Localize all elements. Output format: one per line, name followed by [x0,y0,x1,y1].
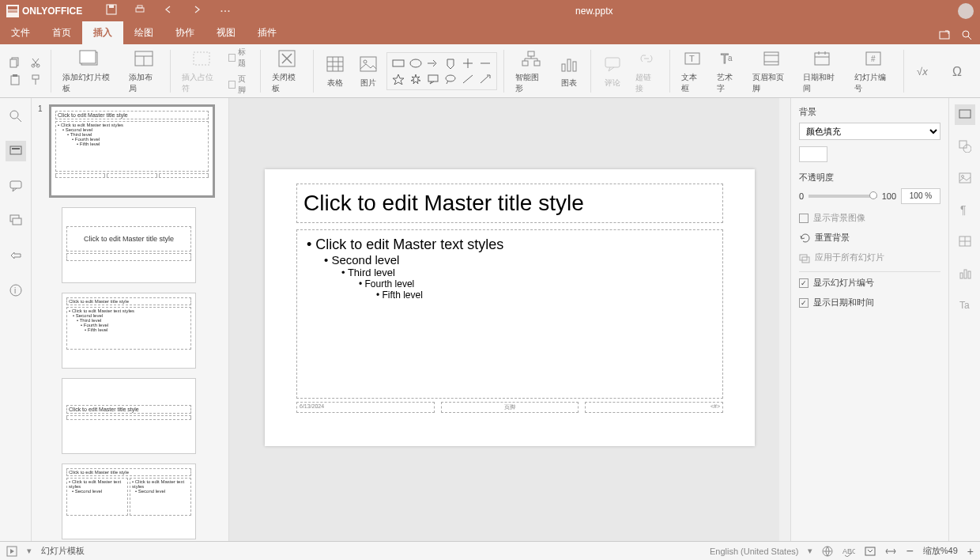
color-swatch[interactable] [799,146,827,162]
search-rail-icon[interactable] [6,106,26,127]
add-master-button[interactable]: 添加幻灯片模板 [58,45,121,97]
layout-thumb-4[interactable]: Click to edit Master title style• Click … [62,464,196,539]
shapes-gallery[interactable] [386,52,497,90]
slide-settings-icon[interactable] [955,104,975,125]
cut-icon[interactable] [30,57,41,68]
tab-view[interactable]: 视图 [205,21,247,44]
tab-insert[interactable]: 插入 [82,21,123,44]
layout-thumb-1[interactable]: Click to edit Master title style [62,207,196,283]
format-paint-icon[interactable] [30,74,41,85]
slide-canvas-area[interactable]: Click to edit Master title style • Click… [229,98,790,541]
content-area: i 1 Click to edit Master title style • C… [0,98,980,541]
date-placeholder[interactable]: 6/13/2024 [296,402,435,413]
slidenum-button[interactable]: # 幻灯片编号 [850,45,897,97]
chart-button[interactable]: 图表 [554,51,584,92]
slidenum-placeholder[interactable]: <#> [585,402,723,413]
svg-line-9 [968,36,971,40]
image-button[interactable]: 图片 [353,51,383,92]
svg-text:¶: ¶ [960,203,967,216]
paste-icon[interactable] [9,74,21,85]
add-layout-button[interactable]: 添加布局 [124,45,164,97]
master-body-placeholder[interactable]: • Click to edit Master text styles • Sec… [296,229,723,399]
svg-rect-71 [10,181,21,188]
svg-rect-19 [80,51,96,63]
equation-button[interactable]: √x [910,58,940,85]
image-settings-icon[interactable] [955,168,975,188]
svg-rect-81 [959,173,971,183]
fit-width-icon[interactable] [885,546,896,557]
right-rail: ¶ Ta [948,98,980,541]
paragraph-settings-icon[interactable]: ¶ [955,199,975,220]
opacity-input[interactable]: 100 % [901,188,940,204]
reset-bg-button[interactable]: 重置背景 [799,232,940,244]
menu-bar: 文件 首页 插入 绘图 协作 视图 插件 [0,22,980,44]
title-checkbox[interactable]: 标题 [228,47,254,69]
user-avatar-icon[interactable] [958,3,974,19]
print-icon[interactable] [134,4,145,18]
svg-rect-37 [428,75,438,81]
opacity-slider[interactable] [808,195,877,198]
save-icon[interactable] [106,4,117,18]
slide-master-canvas[interactable]: Click to edit Master title style • Click… [265,169,755,446]
show-bg-checkbox: 显示背景图像 [799,212,940,224]
svg-line-39 [463,75,473,83]
header-footer-button[interactable]: 页眉和页脚 [748,45,795,97]
svg-rect-5 [136,8,144,12]
svg-rect-88 [964,270,967,278]
fill-type-select[interactable]: 颜色填充 [799,123,940,140]
footer-placeholder[interactable]: 页脚 [441,402,579,413]
feedback-rail-icon[interactable] [6,245,26,266]
find-icon[interactable] [961,29,972,40]
textart-settings-icon[interactable]: Ta [955,294,975,315]
slides-rail-icon[interactable] [6,141,26,161]
master-slide-thumb[interactable]: 1 Click to edit Master title style • Cli… [38,104,222,198]
svg-rect-16 [32,75,39,79]
chat-rail-icon[interactable] [6,210,26,231]
svg-point-67 [10,111,18,119]
tab-collab[interactable]: 协作 [164,21,205,44]
spell-icon[interactable]: ABC [842,546,855,557]
fit-slide-icon[interactable] [865,546,876,557]
close-master-button[interactable]: 关闭模板 [267,45,307,97]
textbox-button[interactable]: T 文本框 [677,45,709,97]
comments-rail-icon[interactable] [6,176,26,196]
show-slidenum-checkbox[interactable]: ✓显示幻灯片编号 [799,277,940,289]
table-button[interactable]: 表格 [320,51,350,92]
svg-text:a: a [728,54,733,62]
zoom-out-icon[interactable]: − [906,544,913,558]
chart-settings-icon[interactable] [955,263,975,283]
smartart-button[interactable]: 智能图形 [511,45,551,97]
open-location-icon[interactable] [939,29,950,40]
master-title-placeholder[interactable]: Click to edit Master title style [296,184,723,223]
tab-home[interactable]: 首页 [41,21,82,44]
about-rail-icon[interactable]: i [6,280,26,301]
svg-rect-70 [12,148,20,149]
svg-rect-6 [138,6,142,8]
table-settings-icon[interactable] [955,231,975,252]
tab-draw[interactable]: 绘图 [123,21,164,44]
layout-thumb-3[interactable]: Click to edit Master title style [62,378,196,454]
more-icon[interactable]: ··· [220,4,230,18]
language-label[interactable]: English (United States) [710,547,799,556]
wordart-button[interactable]: Ta 艺术字 [712,45,744,97]
tab-plugins[interactable]: 插件 [247,21,288,44]
layout-thumb-2[interactable]: Click to edit Master title style• Click … [62,293,196,369]
svg-text:#: # [871,55,876,63]
copy-icon[interactable] [9,57,21,68]
symbol-button[interactable]: Ω [944,58,974,85]
datetime-button[interactable]: 日期和时间 [798,45,846,97]
tab-file[interactable]: 文件 [0,21,41,44]
play-icon[interactable] [6,546,17,557]
undo-icon[interactable] [163,4,174,18]
footer-checkbox[interactable]: 页脚 [228,74,254,96]
shape-settings-icon[interactable] [955,136,975,157]
redo-icon[interactable] [191,4,202,18]
zoom-label[interactable]: 缩放%49 [923,545,958,557]
svg-rect-13 [13,74,17,77]
spellcheck-icon[interactable] [822,546,833,557]
show-datetime-checkbox[interactable]: ✓显示日期和时间 [799,297,940,308]
zoom-in-icon[interactable]: + [967,545,974,558]
vertical-scrollbar[interactable] [779,98,790,541]
slide-thumbs-panel: 1 Click to edit Master title style • Cli… [32,98,229,541]
file-name: new.pptx [231,6,958,17]
